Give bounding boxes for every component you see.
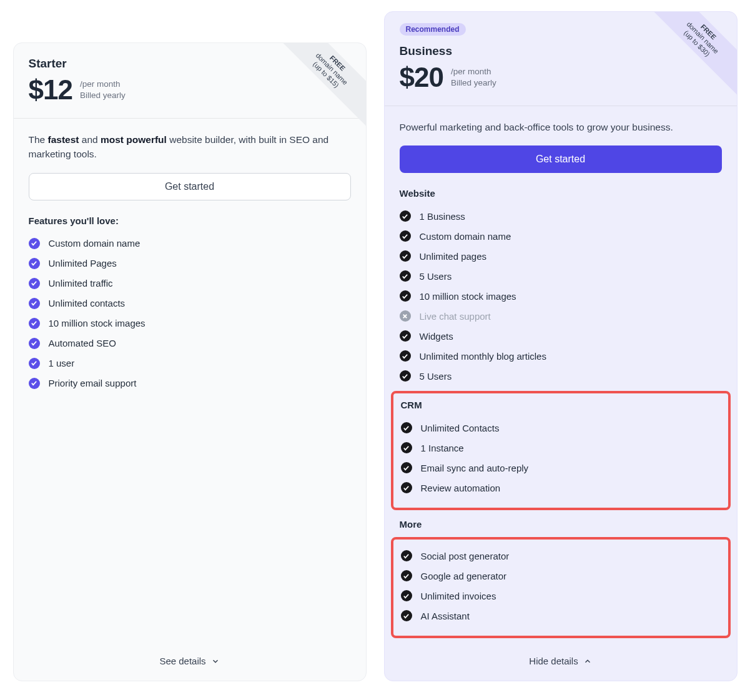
feature-item: Unlimited traffic bbox=[29, 274, 351, 293]
highlight-more: Social post generatorGoogle ad generator… bbox=[391, 537, 731, 638]
feature-label: AI Assistant bbox=[421, 611, 470, 621]
check-icon bbox=[400, 210, 411, 222]
feature-label: Unlimited Contacts bbox=[421, 423, 500, 433]
check-icon bbox=[29, 238, 40, 249]
check-icon bbox=[29, 358, 40, 369]
check-icon bbox=[29, 298, 40, 309]
toggle-label: See details bbox=[159, 656, 205, 666]
feature-list-more: Social post generatorGoogle ad generator… bbox=[401, 546, 721, 626]
check-icon bbox=[400, 290, 411, 302]
feature-list: Custom domain nameUnlimited PagesUnlimit… bbox=[29, 234, 351, 393]
plan-description: Powerful marketing and back-office tools… bbox=[400, 120, 722, 134]
feature-item: Unlimited pages bbox=[400, 246, 722, 266]
plan-header: Recommended Business $20 /per month Bill… bbox=[385, 12, 737, 106]
feature-item: Unlimited monthly blog articles bbox=[400, 346, 722, 366]
highlight-crm: CRM Unlimited Contacts1 InstanceEmail sy… bbox=[391, 391, 731, 510]
feature-item: 10 million stock images bbox=[29, 313, 351, 333]
see-details-toggle[interactable]: See details bbox=[159, 656, 219, 666]
feature-label: 10 million stock images bbox=[49, 318, 146, 328]
price-meta: /per month Billed yearly bbox=[451, 66, 496, 89]
check-icon bbox=[400, 230, 411, 242]
feature-label: Unlimited invoices bbox=[421, 591, 496, 601]
group-title-website: Website bbox=[400, 188, 722, 199]
feature-item: Custom domain name bbox=[400, 226, 722, 246]
plan-card-starter: FREE domain name (up to $15) Starter $12… bbox=[13, 42, 367, 681]
feature-label: Unlimited Pages bbox=[49, 258, 117, 269]
feature-list-crm: Unlimited Contacts1 InstanceEmail sync a… bbox=[401, 418, 721, 498]
check-icon bbox=[401, 442, 412, 453]
feature-item: 5 Users bbox=[400, 366, 722, 386]
feature-label: Review automation bbox=[421, 483, 501, 493]
feature-label: 1 Instance bbox=[421, 443, 464, 453]
check-icon bbox=[29, 278, 40, 289]
plan-card-business: FREE domain name (up to $30) Recommended… bbox=[384, 11, 738, 681]
feature-label: 5 Users bbox=[420, 271, 452, 282]
group-title-crm: CRM bbox=[401, 400, 721, 410]
feature-item: 1 user bbox=[29, 353, 351, 373]
feature-label: Unlimited pages bbox=[420, 251, 487, 262]
check-icon bbox=[401, 482, 412, 493]
feature-item: Automated SEO bbox=[29, 333, 351, 353]
plan-description: The fastest and most powerful website bu… bbox=[29, 132, 351, 162]
feature-label: Custom domain name bbox=[420, 231, 511, 242]
check-icon bbox=[29, 258, 40, 269]
toggle-label: Hide details bbox=[529, 656, 578, 666]
feature-label: 1 user bbox=[49, 358, 75, 368]
check-icon bbox=[29, 378, 40, 389]
feature-item: Google ad generator bbox=[401, 566, 721, 586]
get-started-button[interactable]: Get started bbox=[29, 173, 351, 200]
feature-label: Unlimited traffic bbox=[49, 278, 113, 288]
feature-label: Priority email support bbox=[49, 378, 137, 388]
check-icon bbox=[400, 250, 411, 262]
feature-item: Social post generator bbox=[401, 546, 721, 566]
check-icon bbox=[400, 350, 411, 362]
feature-item: Live chat support bbox=[400, 306, 722, 326]
check-icon bbox=[29, 338, 40, 349]
check-icon bbox=[401, 422, 412, 433]
group-title-more: More bbox=[400, 519, 722, 530]
feature-item: 1 Business bbox=[400, 206, 722, 226]
feature-item: Widgets bbox=[400, 326, 722, 346]
feature-label: Google ad generator bbox=[421, 571, 507, 581]
feature-item: Priority email support bbox=[29, 373, 351, 393]
feature-item: Custom domain name bbox=[29, 234, 351, 254]
feature-item: 1 Instance bbox=[401, 438, 721, 458]
feature-label: 5 Users bbox=[420, 371, 452, 382]
feature-item: 5 Users bbox=[400, 266, 722, 286]
feature-label: Automated SEO bbox=[49, 338, 116, 348]
feature-item: Email sync and auto-reply bbox=[401, 458, 721, 478]
check-icon bbox=[401, 610, 412, 621]
feature-item: 10 million stock images bbox=[400, 286, 722, 306]
feature-item: AI Assistant bbox=[401, 606, 721, 626]
feature-label: Custom domain name bbox=[49, 238, 141, 249]
feature-label: 10 million stock images bbox=[420, 291, 516, 302]
feature-item: Unlimited invoices bbox=[401, 586, 721, 606]
check-icon bbox=[401, 462, 412, 473]
chevron-up-icon bbox=[583, 657, 592, 666]
pricing-grid: FREE domain name (up to $15) Starter $12… bbox=[13, 11, 738, 681]
get-started-button[interactable]: Get started bbox=[400, 145, 722, 173]
x-icon bbox=[400, 310, 411, 322]
feature-item: Unlimited Contacts bbox=[401, 418, 721, 438]
recommended-badge: Recommended bbox=[400, 23, 466, 36]
feature-list-website: 1 BusinessCustom domain nameUnlimited pa… bbox=[400, 206, 722, 386]
plan-price: $20 bbox=[400, 62, 443, 93]
price-meta: /per month Billed yearly bbox=[80, 79, 126, 101]
feature-label: Widgets bbox=[420, 331, 453, 342]
feature-label: Social post generator bbox=[421, 551, 510, 561]
hide-details-toggle[interactable]: Hide details bbox=[529, 656, 591, 666]
plan-header: Starter $12 /per month Billed yearly bbox=[14, 43, 366, 119]
feature-item: Unlimited contacts bbox=[29, 293, 351, 313]
price-per: /per month bbox=[80, 79, 126, 90]
check-icon bbox=[401, 570, 412, 581]
plan-name: Business bbox=[400, 44, 722, 58]
price-billed: Billed yearly bbox=[80, 90, 126, 101]
feature-label: Live chat support bbox=[420, 311, 491, 322]
price-billed: Billed yearly bbox=[451, 77, 496, 89]
check-icon bbox=[400, 370, 411, 382]
feature-item: Review automation bbox=[401, 478, 721, 498]
check-icon bbox=[400, 330, 411, 342]
check-icon bbox=[401, 590, 412, 601]
plan-price: $12 bbox=[29, 74, 72, 106]
check-icon bbox=[401, 550, 412, 561]
